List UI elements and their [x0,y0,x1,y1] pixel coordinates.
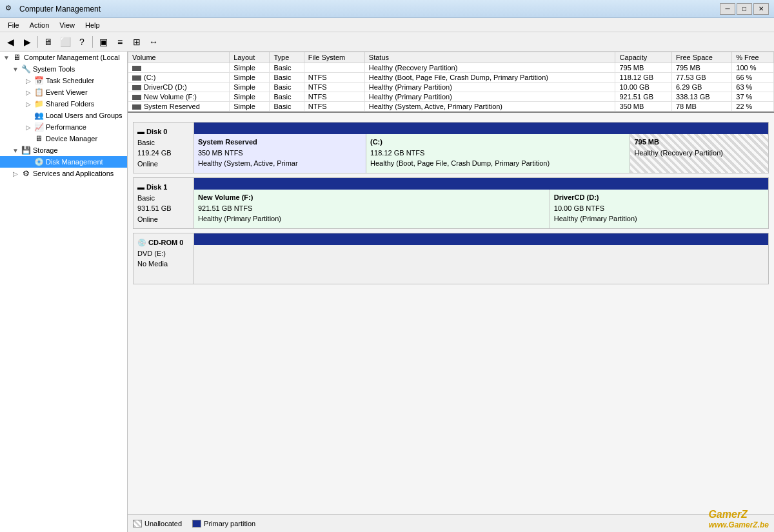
sidebar-item-disk-management[interactable]: 💿 Disk Management [0,156,127,168]
sidebar-item-task-scheduler[interactable]: ▷ 📅 Task Scheduler [0,75,127,86]
menu-action[interactable]: Action [25,20,55,30]
sidebar-item-device-manager[interactable]: 🖥 Device Manager [0,133,127,144]
cell-status: Healthy (System, Active, Primary Partiti… [364,102,615,112]
cell-filesystem: NTFS [304,83,364,92]
local-users-label: Local Users and Groups [46,112,123,119]
table-row[interactable]: DriverCD (D:) Simple Basic NTFS Healthy … [128,83,774,92]
legend-box-primary [192,520,201,527]
forward-button[interactable]: ▶ [19,35,35,49]
cell-type: Basic [270,83,304,92]
disk-row-disk0: ▬ Disk 0 Basic 119.24 GB Online System R… [133,122,769,173]
sidebar-item-storage[interactable]: ▼ 💾 Storage [0,144,127,156]
disk-row-disk1: ▬ Disk 1 Basic 931.51 GB Online New Volu… [133,177,769,229]
part-name: 795 MB [634,137,764,148]
disk-partitions-cdrom0 [194,233,769,284]
expand-icon: ▷ [23,124,34,131]
disk-info-disk1: ▬ Disk 1 Basic 931.51 GB Online [133,177,194,229]
sidebar-item-local-users[interactable]: 👥 Local Users and Groups [0,110,127,121]
col-filesystem[interactable]: File System [304,52,364,63]
col-volume[interactable]: Volume [128,52,230,63]
disk-parts-row: New Volume (F:) 921.51 GB NTFS Healthy (… [194,190,768,228]
cell-status: Healthy (Primary Partition) [364,83,615,92]
event-viewer-icon: 📋 [34,87,44,97]
view-button-2[interactable]: ≡ [112,35,128,49]
view-button-4[interactable]: ↔ [146,35,161,49]
legend-unallocated: Unallocated [133,520,182,527]
table-row[interactable]: System Reserved Simple Basic NTFS Health… [128,102,774,112]
window-controls: ─ □ ✕ [720,3,769,15]
cell-pctfree: 63 % [732,83,774,92]
cell-filesystem: NTFS [304,102,364,112]
sidebar-item-system-tools[interactable]: ▼ 🔧 System Tools [0,63,127,75]
cell-capacity: 350 MB [615,102,672,112]
maximize-button[interactable]: □ [737,3,752,15]
volume-table-container: Volume Layout Type File System Status Ca… [128,52,774,113]
part-status: Healthy (Recovery Partition) [634,148,764,159]
cell-layout: Simple [230,83,270,92]
part-status: Healthy (System, Active, Primar [198,158,362,169]
cell-status: Healthy (Recovery Partition) [364,63,615,73]
partition-empty [194,245,768,284]
part-name: DriverCD (D:) [554,192,764,203]
view-button-3[interactable]: ⊞ [129,35,144,49]
expand-icon: ▷ [23,77,34,84]
cell-volume: New Volume (F:) [128,92,230,102]
minimize-button[interactable]: ─ [720,3,735,15]
disk-status: Online [137,214,190,225]
col-status[interactable]: Status [364,52,615,63]
cell-type: Basic [270,63,304,73]
col-capacity[interactable]: Capacity [615,52,672,63]
performance-label: Performance [46,123,86,131]
table-row[interactable]: Simple Basic Healthy (Recovery Partition… [128,63,774,73]
sidebar: ▼ 🖥 Computer Management (Local ▼ 🔧 Syste… [0,52,128,532]
close-button[interactable]: ✕ [753,3,769,15]
disk-info-disk0: ▬ Disk 0 Basic 119.24 GB Online [133,122,194,173]
sidebar-item-performance[interactable]: ▷ 📈 Performance [0,121,127,133]
services-apps-icon: ⚙ [21,168,31,179]
partition-p1-f[interactable]: New Volume (F:) 921.51 GB NTFS Healthy (… [194,190,550,228]
cell-volume [128,63,230,73]
toolbar-separator-2 [92,36,93,48]
table-row[interactable]: New Volume (F:) Simple Basic NTFS Health… [128,92,774,102]
sidebar-item-event-viewer[interactable]: ▷ 📋 Event Viewer [0,86,127,98]
partition-p0-c[interactable]: (C:) 118.12 GB NTFS Healthy (Boot, Page … [366,134,630,173]
part-name: (C:) [370,137,626,148]
disk-status: No Media [137,259,190,270]
legend-unallocated-label: Unallocated [144,520,182,527]
cell-pctfree: 37 % [732,92,774,102]
cell-volume: (C:) [128,73,230,83]
cell-status: Healthy (Primary Partition) [364,92,615,102]
col-type[interactable]: Type [270,52,304,63]
col-layout[interactable]: Layout [230,52,270,63]
view-button-1[interactable]: ▣ [95,35,111,49]
cell-freespace: 6.29 GB [672,83,732,92]
menu-file[interactable]: File [3,20,25,30]
partition-p1-d[interactable]: DriverCD (D:) 10.00 GB NTFS Healthy (Pri… [550,190,768,228]
cell-capacity: 10.00 GB [615,83,672,92]
legend-primary: Primary partition [192,520,255,527]
part-size: 10.00 GB NTFS [554,203,764,214]
show-hide-button[interactable]: 🖥 [41,35,56,49]
cell-type: Basic [270,92,304,102]
up-button[interactable]: ⬜ [57,35,73,49]
col-pctfree[interactable]: % Free [732,52,774,63]
menu-help[interactable]: Help [80,20,105,30]
cell-capacity: 795 MB [615,63,672,73]
disk-type: Basic [137,193,190,204]
partition-p0-sysres[interactable]: System Reserved 350 MB NTFS Healthy (Sys… [194,134,366,173]
disk-parts-row: System Reserved 350 MB NTFS Healthy (Sys… [194,134,768,173]
expand-icon: ▷ [23,89,34,96]
back-button[interactable]: ◀ [3,35,18,49]
col-freespace[interactable]: Free Space [672,52,732,63]
table-row[interactable]: (C:) Simple Basic NTFS Healthy (Boot, Pa… [128,73,774,83]
menu-view[interactable]: View [54,20,80,30]
cell-type: Basic [270,73,304,83]
sidebar-root[interactable]: ▼ 🖥 Computer Management (Local [0,52,127,63]
help-button[interactable]: ? [74,35,90,49]
partition-p0-recovery[interactable]: 795 MB Healthy (Recovery Partition) [630,134,768,173]
cell-capacity: 118.12 GB [615,73,672,83]
cell-freespace: 795 MB [672,63,732,73]
disk-type: DVD (E:) [137,248,190,259]
sidebar-item-services-apps[interactable]: ▷ ⚙ Services and Applications [0,168,127,179]
sidebar-item-shared-folders[interactable]: ▷ 📁 Shared Folders [0,98,127,110]
